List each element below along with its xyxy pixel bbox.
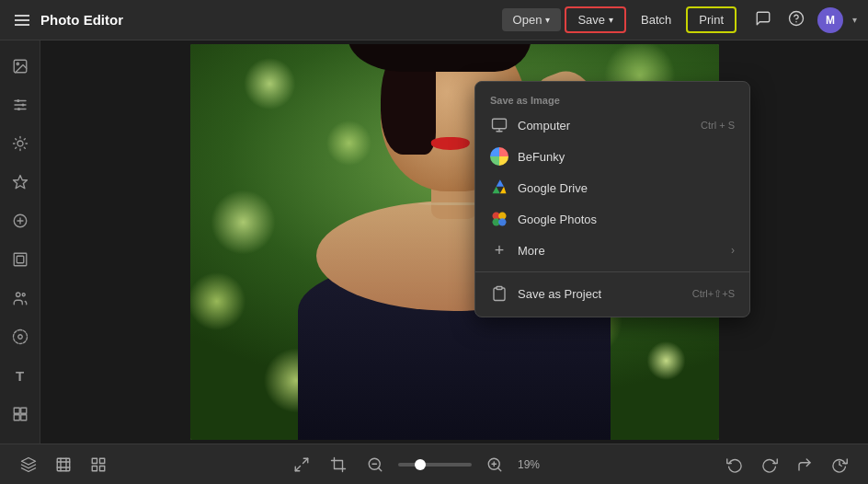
bottombar: 19% (0, 444, 868, 484)
svg-rect-37 (100, 458, 105, 463)
open-button[interactable]: Open ▾ (502, 8, 562, 31)
more-arrow-icon: › (731, 244, 735, 257)
zoom-in-button[interactable] (481, 453, 508, 477)
topbar-right: M ▾ (751, 6, 857, 34)
sidebar-item-adjust[interactable] (4, 88, 37, 121)
topbar: Photo Editor Open ▾ Save ▾ Batch Print (0, 0, 868, 40)
dropdown-divider (475, 271, 749, 272)
sidebar-item-retouch[interactable] (4, 204, 37, 237)
fit-view-icon (293, 456, 310, 473)
effects-icon (12, 135, 29, 152)
redo-button[interactable] (721, 453, 748, 477)
app-title: Photo Editor (40, 12, 123, 28)
frames-bottom-button[interactable] (50, 453, 77, 477)
topbar-actions: Open ▾ Save ▾ Batch Print (502, 6, 737, 33)
svg-rect-39 (100, 466, 105, 470)
chat-button[interactable] (751, 6, 775, 34)
svg-rect-22 (14, 415, 19, 421)
gphotos-icon (490, 210, 508, 228)
grid-bottom-icon (90, 456, 107, 473)
save-computer-item[interactable]: Computer Ctrl + S (475, 109, 749, 141)
bottombar-left (15, 453, 112, 477)
computer-label: Computer (518, 119, 691, 133)
zoom-in-icon (486, 456, 503, 473)
dropdown-section-label: Save as Image (475, 89, 749, 109)
svg-line-41 (295, 466, 300, 470)
save-project-icon (490, 284, 508, 303)
retouch-icon (12, 213, 29, 229)
history-icon (831, 456, 848, 473)
save-more-item[interactable]: + More › (475, 235, 749, 266)
svg-point-18 (22, 294, 25, 296)
forward-button[interactable] (791, 453, 818, 477)
svg-point-10 (17, 141, 23, 146)
befunky-label: BeFunky (518, 150, 735, 164)
sidebar-item-frames[interactable] (4, 243, 37, 276)
zoom-out-icon (367, 456, 383, 473)
gdrive-label: Google Drive (518, 181, 735, 195)
save-project-label: Save as Project (518, 287, 683, 301)
sidebar-item-graphics[interactable] (4, 320, 37, 353)
undo-button[interactable] (756, 453, 783, 477)
svg-rect-15 (14, 253, 27, 266)
adjust-icon (12, 97, 29, 113)
gphotos-label: Google Photos (518, 213, 735, 226)
redo-icon (726, 456, 743, 473)
open-chevron-icon: ▾ (545, 15, 550, 25)
photo-icon (12, 58, 29, 75)
bottombar-right (721, 453, 853, 477)
history-button[interactable] (826, 453, 853, 477)
people-icon (12, 290, 29, 306)
avatar-chevron-icon[interactable]: ▾ (852, 15, 857, 25)
more-label: More (518, 244, 722, 258)
svg-line-46 (497, 467, 500, 470)
dropdown-overlay[interactable]: Save as Image Computer Ctrl + S (40, 81, 868, 444)
zoom-percent: 19% (518, 458, 545, 471)
zoom-out-button[interactable] (361, 453, 389, 477)
svg-marker-34 (22, 457, 36, 465)
layers-icon (12, 406, 29, 422)
save-chevron-icon: ▾ (609, 15, 613, 25)
print-button[interactable]: Print (686, 6, 737, 33)
save-button[interactable]: Save ▾ (565, 6, 626, 33)
batch-button[interactable]: Batch (630, 8, 682, 31)
save-befunky-item[interactable]: BeFunky (475, 141, 749, 172)
ai-icon (12, 174, 29, 190)
zoom-thumb (415, 459, 426, 470)
sidebar-item-ai[interactable] (4, 166, 37, 199)
sidebar-item-photo[interactable] (4, 50, 37, 83)
sidebar-item-layers[interactable] (4, 398, 37, 431)
svg-point-7 (17, 99, 19, 102)
svg-rect-36 (92, 458, 97, 463)
save-dropdown-menu: Save as Image Computer Ctrl + S (474, 81, 750, 317)
svg-rect-33 (497, 287, 502, 290)
sidebar-item-text[interactable]: T (4, 359, 37, 392)
save-gphotos-item[interactable]: Google Photos (475, 203, 749, 235)
svg-point-0 (790, 11, 804, 25)
help-button[interactable] (784, 6, 808, 34)
layers-bottom-button[interactable] (15, 453, 42, 477)
layers-bottom-icon (20, 456, 37, 473)
svg-point-3 (17, 63, 18, 64)
graphics-icon (12, 328, 29, 345)
zoom-slider[interactable] (398, 463, 472, 467)
sidebar-item-effects[interactable] (4, 127, 37, 160)
svg-line-40 (303, 458, 308, 463)
text-icon: T (16, 368, 24, 384)
chat-icon (755, 10, 771, 27)
topbar-left: Photo Editor (11, 11, 495, 29)
computer-shortcut: Ctrl + S (701, 120, 735, 131)
fit-view-button[interactable] (288, 453, 315, 477)
save-gdrive-item[interactable]: Google Drive (475, 172, 749, 203)
befunky-icon (490, 147, 508, 166)
canvas-area: Save as Image Computer Ctrl + S (40, 40, 868, 444)
sidebar-item-people[interactable] (4, 282, 37, 315)
avatar[interactable]: M (817, 7, 843, 33)
main-area: T (0, 40, 868, 444)
save-project-item[interactable]: Save as Project Ctrl+⇧+S (475, 278, 749, 309)
hamburger-menu-icon[interactable] (11, 11, 33, 29)
svg-point-19 (17, 335, 22, 340)
grid-bottom-button[interactable] (85, 453, 112, 477)
crop-button[interactable] (325, 453, 352, 477)
frames-icon (12, 251, 29, 268)
